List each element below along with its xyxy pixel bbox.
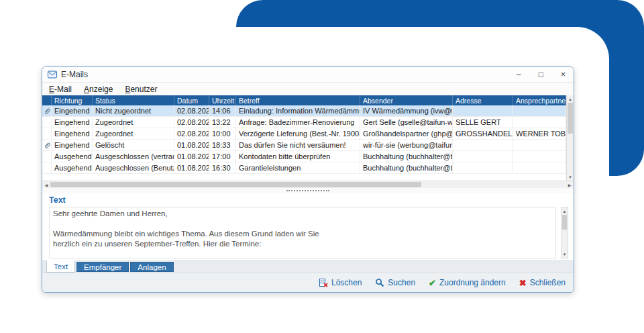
email-body-text[interactable]: Sehr geehrte Damen und Herren, Wärmedämm…: [49, 207, 556, 258]
email-row-5[interactable]: Ausgehend Ausgeschlossen (vertraulich) 0…: [42, 151, 566, 162]
table-header: Richtung Status Datum Uhrzeit Betreff Ab…: [42, 95, 566, 105]
cell-status: Gelöscht: [93, 140, 174, 150]
action-bar: Löschen Suchen ✔ Zuordnung ändern ✖ Schl…: [42, 273, 574, 292]
cell-status: Zugeordnet: [93, 128, 174, 139]
cell-datum: 01.08.2020: [174, 162, 209, 173]
preview-title: Text: [49, 195, 567, 205]
cell-absender: IV Wärmedämmung (ivw@taifu: [360, 105, 453, 116]
menu-benutzer[interactable]: Benutzer: [125, 85, 157, 94]
cell-uhrzeit: 10:00: [209, 128, 236, 139]
tab-empfaenger[interactable]: Empfänger: [76, 262, 129, 272]
cell-adresse: [453, 162, 513, 173]
email-row-2[interactable]: Eingehend Zugeordnet 02.08.2020 13:22 An…: [42, 117, 566, 128]
email-row-4[interactable]: Eingehend Gelöscht 01.08.2020 18:33 Das …: [42, 140, 566, 151]
table-vertical-scrollbar[interactable]: ▲ ▼: [566, 95, 574, 181]
cell-uhrzeit: 14:06: [209, 105, 236, 116]
delete-button[interactable]: Löschen: [319, 278, 362, 287]
preview-vertical-scrollbar[interactable]: ▲ ▼: [561, 207, 568, 258]
cell-richtung: Eingehend: [52, 128, 93, 139]
attachment-cell: [42, 151, 52, 162]
cell-datum: 02.08.2020: [174, 105, 209, 116]
change-assignment-button[interactable]: ✔ Zuordnung ändern: [429, 278, 506, 287]
cell-datum: 01.08.2020: [174, 140, 209, 150]
tab-text[interactable]: Text: [46, 260, 75, 273]
window-title: E-Mails: [61, 70, 517, 79]
cell-adresse: GROSSHANDELS-PT: [453, 128, 513, 139]
email-row-6[interactable]: Ausgehend Ausgeschlossen (Benutzer) 01.0…: [42, 162, 566, 174]
close-dialog-button[interactable]: ✖ Schließen: [519, 278, 566, 287]
pane-splitter[interactable]: [42, 188, 574, 193]
cell-richtung: Eingehend: [52, 117, 93, 128]
table-horizontal-scrollbar[interactable]: ◀ ▶: [42, 181, 574, 188]
cell-ansprechpartner: [513, 105, 566, 116]
cell-adresse: SELLE GERT: [453, 117, 513, 128]
search-button[interactable]: Suchen: [375, 278, 415, 287]
menu-anzeige[interactable]: Anzeige: [84, 85, 113, 94]
emails-window: E-Mails – □ × E-Mail Anzeige Benutzer Ri…: [42, 66, 574, 293]
minimize-button[interactable]: –: [517, 70, 521, 79]
cell-absender: Buchhaltung (buchhalter@taifu: [360, 151, 453, 162]
cell-betreff: Garantieleistungen: [236, 162, 360, 173]
email-row-3[interactable]: Eingehend Zugeordnet 02.08.2020 10:00 Ve…: [42, 128, 566, 140]
maximize-button[interactable]: □: [539, 70, 543, 79]
email-row-1[interactable]: Eingehend Nicht zugeordnet 02.08.2020 14…: [42, 105, 566, 117]
title-bar[interactable]: E-Mails – □ ×: [42, 67, 574, 83]
close-button[interactable]: ×: [561, 70, 566, 79]
scroll-down-icon[interactable]: ▼: [567, 173, 574, 181]
cell-betreff: Verzögerte Lieferung (Best.-Nr. 1900801): [236, 128, 360, 139]
cell-ansprechpartner: WERNER TOBIAS: [513, 128, 566, 139]
cell-status: Nicht zugeordnet: [93, 105, 174, 116]
header-uhrzeit[interactable]: Uhrzeit: [209, 95, 236, 105]
cell-datum: 01.08.2020: [174, 151, 209, 162]
scroll-right-icon[interactable]: ▶: [566, 183, 574, 187]
cell-absender: wir-für-sie (werbung@taifun-w: [360, 140, 453, 150]
header-gutter: [42, 95, 52, 105]
paperclip-icon: [43, 141, 51, 149]
cell-uhrzeit: 18:33: [209, 140, 236, 150]
search-icon: [375, 278, 384, 287]
cell-richtung: Ausgehend: [52, 151, 93, 162]
attachment-cell: [42, 140, 52, 150]
header-betreff[interactable]: Betreff: [236, 95, 360, 105]
cell-status: Ausgeschlossen (vertraulich): [93, 151, 174, 162]
cell-ansprechpartner: [513, 140, 566, 150]
attachment-cell: [42, 162, 52, 173]
cell-adresse: [453, 140, 513, 150]
header-datum[interactable]: Datum: [174, 95, 209, 105]
cell-betreff: Anfrage: Badezimmer-Renovierung: [236, 117, 360, 128]
scroll-up-icon[interactable]: ▲: [561, 207, 568, 215]
cell-richtung: Eingehend: [52, 105, 93, 116]
cell-uhrzeit: 13:22: [209, 117, 236, 128]
menu-email[interactable]: E-Mail: [49, 85, 72, 94]
paperclip-icon: [43, 107, 51, 115]
cell-adresse: [453, 105, 513, 116]
cell-richtung: Eingehend: [52, 140, 93, 150]
menu-bar: E-Mail Anzeige Benutzer: [42, 83, 574, 95]
header-absender[interactable]: Absender: [360, 95, 453, 105]
email-table: Richtung Status Datum Uhrzeit Betreff Ab…: [42, 95, 574, 181]
header-status[interactable]: Status: [93, 95, 174, 105]
cell-status: Ausgeschlossen (Benutzer): [93, 162, 174, 173]
header-richtung[interactable]: Richtung: [52, 95, 93, 105]
header-adresse[interactable]: Adresse: [453, 95, 513, 105]
tab-anlagen[interactable]: Anlagen: [130, 262, 173, 272]
delete-table-icon: [319, 278, 328, 287]
scrollbar-thumb[interactable]: [562, 215, 567, 230]
check-icon: ✔: [429, 279, 436, 287]
cell-uhrzeit: 16:30: [209, 162, 236, 173]
red-x-icon: ✖: [519, 279, 527, 287]
cell-ansprechpartner: [513, 162, 566, 173]
cell-absender: Gert Selle (gselle@taifun-weba: [360, 117, 453, 128]
cell-richtung: Ausgehend: [52, 162, 93, 173]
header-ansprechpartner[interactable]: Ansprechpartner: [513, 95, 566, 105]
cell-datum: 02.08.2020: [174, 117, 209, 128]
email-app-icon: [48, 70, 57, 79]
scroll-left-icon[interactable]: ◀: [42, 183, 50, 187]
scroll-down-icon[interactable]: ▼: [561, 250, 568, 258]
splitter-handle-icon[interactable]: [286, 190, 329, 191]
scroll-up-icon[interactable]: ▲: [567, 95, 574, 103]
cell-betreff: Das dürfen Sie nicht versäumen!: [236, 140, 360, 150]
scrollbar-thumb[interactable]: [568, 103, 573, 134]
cell-ansprechpartner: [513, 117, 566, 128]
scrollbar-thumb[interactable]: [50, 182, 421, 187]
